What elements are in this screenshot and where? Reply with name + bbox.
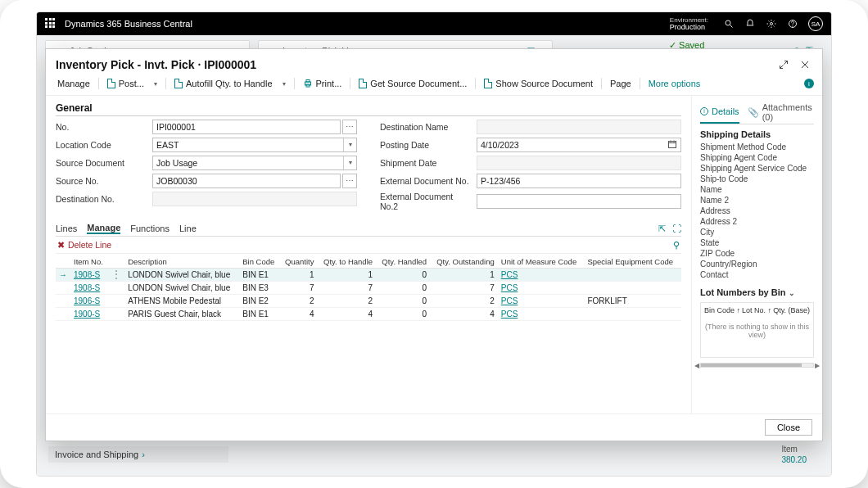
item-no-link[interactable]: 1906-S bbox=[74, 296, 100, 305]
environment-indicator[interactable]: Environment: Production bbox=[670, 17, 708, 31]
source-no-assist-button[interactable]: ⋯ bbox=[342, 174, 357, 188]
table-row[interactable]: 1906-SATHENS Mobile PedestalBIN E22202PC… bbox=[56, 295, 681, 308]
shipping-detail-item[interactable]: Ship-to Code bbox=[700, 174, 814, 183]
autofill-split-button[interactable]: ▾ bbox=[279, 79, 289, 89]
cell-qty-outstanding[interactable]: 1 bbox=[430, 269, 498, 282]
cell-uom[interactable]: PCS bbox=[498, 308, 585, 321]
cell-bin[interactable]: BIN E3 bbox=[239, 282, 280, 295]
close-button[interactable]: Close bbox=[765, 419, 812, 436]
no-assist-button[interactable]: ⋯ bbox=[342, 120, 357, 134]
col-bin-code[interactable]: Bin Code ↑ bbox=[704, 306, 740, 314]
calendar-icon[interactable] bbox=[667, 139, 679, 151]
shipping-detail-item[interactable]: Country/Region bbox=[700, 260, 814, 269]
col-description[interactable]: Description bbox=[124, 255, 239, 269]
settings-icon[interactable] bbox=[766, 18, 777, 29]
app-launcher-icon[interactable] bbox=[45, 18, 57, 29]
lot-numbers-header[interactable]: Lot Numbers by Bin ⌄ bbox=[700, 287, 814, 297]
tab-attachments[interactable]: 📎Attachments (0) bbox=[748, 101, 814, 124]
post-button[interactable]: Post... bbox=[104, 77, 147, 90]
cell-qty-outstanding[interactable]: 7 bbox=[430, 282, 498, 295]
tab-functions[interactable]: Functions bbox=[130, 224, 170, 233]
item-no-link[interactable]: 1908-S bbox=[74, 270, 100, 279]
info-icon[interactable]: i bbox=[804, 79, 814, 88]
item-no-link[interactable]: 1900-S bbox=[74, 310, 100, 319]
shipping-detail-item[interactable]: Contact bbox=[700, 270, 814, 279]
manage-menu[interactable]: Manage bbox=[54, 77, 93, 90]
cell-qty[interactable]: 2 bbox=[280, 295, 318, 308]
col-bin-code[interactable]: Bin Code bbox=[239, 255, 280, 269]
cell-qty-handled[interactable]: 0 bbox=[376, 308, 430, 321]
item-no-link[interactable]: 1908-S bbox=[74, 283, 100, 292]
table-row[interactable]: 1900-SPARIS Guest Chair, blackBIN E14404… bbox=[56, 308, 681, 321]
search-icon[interactable] bbox=[723, 18, 735, 29]
col-qty-base[interactable]: Qty. (Base) bbox=[773, 306, 810, 314]
tab-manage[interactable]: Manage bbox=[87, 223, 120, 234]
source-no-input[interactable]: JOB00030 bbox=[152, 174, 341, 188]
bg-invoice-section[interactable]: Invoice and Shipping› bbox=[48, 446, 228, 463]
external-doc-no-input[interactable]: P-123/456 bbox=[477, 174, 681, 188]
external-doc-no2-input[interactable] bbox=[477, 194, 681, 209]
maximize-icon[interactable]: ⛶ bbox=[672, 224, 681, 234]
cell-qty-outstanding[interactable]: 2 bbox=[430, 295, 498, 308]
shipping-detail-item[interactable]: Shipping Agent Service Code bbox=[700, 164, 814, 173]
autofill-button[interactable]: Autofill Qty. to Handle bbox=[171, 77, 276, 90]
cell-equipment[interactable] bbox=[584, 308, 681, 321]
cell-qty-to-handle[interactable]: 7 bbox=[317, 282, 376, 295]
cell-equipment[interactable] bbox=[584, 269, 681, 282]
print-button[interactable]: Print... bbox=[300, 77, 346, 90]
col-qty-to-handle[interactable]: Qty. to Handle bbox=[317, 255, 376, 269]
shipping-detail-item[interactable]: Shipping Agent Code bbox=[700, 153, 814, 162]
col-item-no[interactable]: Item No. bbox=[70, 255, 108, 269]
cell-bin[interactable]: BIN E1 bbox=[239, 308, 280, 321]
get-source-document-button[interactable]: Get Source Document... bbox=[355, 77, 470, 90]
more-options-button[interactable]: More options bbox=[645, 77, 704, 90]
horizontal-scrollbar[interactable]: ◀▶ bbox=[700, 363, 814, 368]
table-row[interactable]: →1908-S⋮LONDON Swivel Chair, blueBIN E11… bbox=[56, 269, 681, 282]
col-uom[interactable]: Unit of Measure Code bbox=[498, 255, 585, 269]
tab-lines[interactable]: Lines bbox=[56, 224, 77, 233]
shipping-detail-item[interactable]: State bbox=[700, 238, 814, 247]
cell-bin[interactable]: BIN E1 bbox=[239, 269, 280, 282]
cell-qty-handled[interactable]: 0 bbox=[376, 295, 430, 308]
cell-qty-to-handle[interactable]: 1 bbox=[317, 269, 376, 282]
shipping-detail-item[interactable]: Address 2 bbox=[700, 217, 814, 226]
share-icon[interactable]: ⇱ bbox=[658, 224, 666, 234]
cell-uom[interactable]: PCS bbox=[498, 282, 585, 295]
cell-qty-to-handle[interactable]: 2 bbox=[317, 295, 376, 308]
cell-qty[interactable]: 4 bbox=[280, 308, 318, 321]
col-quantity[interactable]: Quantity bbox=[280, 255, 318, 269]
cell-qty[interactable]: 7 bbox=[280, 282, 318, 295]
general-section-header[interactable]: General bbox=[56, 102, 681, 116]
shipping-detail-item[interactable]: City bbox=[700, 228, 814, 237]
cell-equipment[interactable] bbox=[584, 282, 681, 295]
shipping-detail-item[interactable]: Name 2 bbox=[700, 196, 814, 205]
col-special-equipment[interactable]: Special Equipment Code bbox=[584, 255, 681, 269]
posting-date-input[interactable]: 4/10/2023 bbox=[477, 138, 681, 152]
shipping-detail-item[interactable]: ZIP Code bbox=[700, 249, 814, 258]
cell-qty-to-handle[interactable]: 4 bbox=[317, 308, 376, 321]
cell-uom[interactable]: PCS bbox=[498, 269, 585, 282]
col-lot-no[interactable]: Lot No. ↑ bbox=[742, 306, 771, 314]
cell-qty-handled[interactable]: 0 bbox=[376, 282, 430, 295]
col-qty-outstanding[interactable]: Qty. Outstanding bbox=[430, 255, 498, 269]
no-input[interactable]: IPI000001 bbox=[152, 120, 341, 134]
cell-uom[interactable]: PCS bbox=[498, 295, 585, 308]
user-avatar[interactable]: SA bbox=[808, 16, 823, 31]
tab-details[interactable]: iDetails bbox=[700, 101, 739, 124]
page-menu[interactable]: Page bbox=[607, 77, 635, 90]
shipping-detail-item[interactable]: Name bbox=[700, 185, 814, 194]
cell-equipment[interactable]: FORKLIFT bbox=[584, 295, 681, 308]
cell-qty-handled[interactable]: 0 bbox=[376, 269, 430, 282]
expand-icon[interactable] bbox=[776, 57, 791, 72]
delete-line-button[interactable]: ✖Delete Line bbox=[57, 240, 111, 250]
shipping-details-header[interactable]: Shipping Details bbox=[700, 129, 814, 139]
post-split-button[interactable]: ▾ bbox=[151, 79, 160, 89]
row-menu-icon[interactable]: ⋮ bbox=[111, 269, 121, 280]
table-row[interactable]: 1908-SLONDON Swivel Chair, blueBIN E3770… bbox=[56, 282, 681, 295]
cell-bin[interactable]: BIN E2 bbox=[239, 295, 280, 308]
cell-qty[interactable]: 1 bbox=[280, 269, 318, 282]
shipping-detail-item[interactable]: Shipment Method Code bbox=[700, 142, 814, 151]
location-code-input[interactable]: EAST▾ bbox=[152, 138, 357, 152]
show-source-document-button[interactable]: Show Source Document bbox=[481, 77, 596, 90]
help-icon[interactable] bbox=[787, 18, 798, 29]
